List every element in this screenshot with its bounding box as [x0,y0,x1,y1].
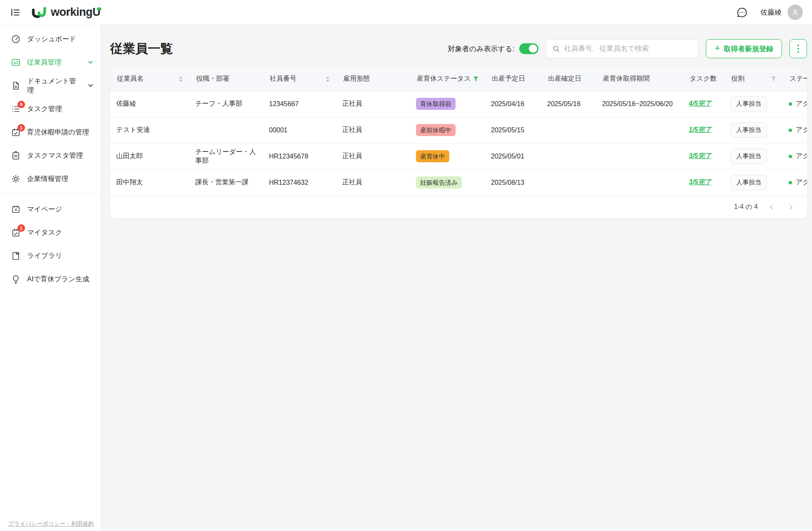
sidebar-item-employees[interactable]: A 従業員管理 [0,51,101,74]
table-header-row: 従業員名 役職・部署 社員番号 [110,67,807,91]
sidebar-item-leave-applications[interactable]: 1 育児休暇申請の管理 [0,121,101,144]
cell-employment-type: 正社員 [336,117,410,143]
employee-table-card: 従業員名 役職・部署 社員番号 [110,67,807,218]
show-targets-toggle[interactable] [519,43,538,54]
sort-icon[interactable] [326,76,330,82]
user-name: 佐藤綾 [760,7,782,17]
cell-role-dept: 課長・営業第一課 [189,169,263,196]
calendar-check-icon: 1 [11,228,21,238]
cell-employee-name: テスト安達 [110,117,189,143]
cell-leave-period: 2025/05/16~2025/06/20 [596,91,683,117]
chat-icon[interactable] [735,5,750,20]
table-row[interactable]: 佐藤綾 チーフ・人事部 12345667 正社員 育休取得前 2025/04/1… [110,91,807,117]
role-badge: 人事担当 [730,175,767,190]
app-logo[interactable]: workingU [30,5,100,20]
cell-employee-no: HR12374632 [263,169,336,196]
pagination: 1-4 の 4 [110,196,807,218]
sidebar-item-label: 従業員管理 [27,58,62,67]
sidebar-item-company-info[interactable]: 企業情報管理 [0,167,101,191]
sidebar-item-label: 育児休暇申請の管理 [27,128,89,137]
more-options-button[interactable] [790,39,807,58]
gauge-icon [11,34,21,44]
sidebar-item-task-master[interactable]: タスクマスタ管理 [0,144,101,167]
cell-due-date: 2025/05/01 [485,143,541,169]
sidebar-item-my-page[interactable]: A マイページ [0,198,101,221]
table-scroll-area: 従業員名 役職・部署 社員番号 [110,67,807,196]
employee-table: 従業員名 役職・部署 社員番号 [110,67,807,196]
sidebar-item-dashboard[interactable]: ダッシュボード [0,27,101,51]
col-header-employment-type: 雇用形態 [336,67,410,91]
col-header-status: ステータス [783,67,807,91]
task-progress-link[interactable]: 3/5完了 [689,179,711,186]
table-row[interactable]: 山田太郎 チームリーダー・人事部 HR12345678 正社員 産育休中 202… [110,143,807,169]
cell-birth-date [541,117,596,143]
pagination-range: 1-4 の 4 [734,203,758,211]
pagination-prev-icon[interactable] [766,202,777,213]
sidebar-item-label: ドキュメント管理 [27,77,82,95]
cell-leave-period [596,143,683,169]
chevron-down-icon [88,59,93,67]
svg-text:A: A [13,61,16,65]
sidebar-collapse-icon[interactable] [8,5,22,20]
show-targets-label: 対象者のみ表示する: [448,44,514,54]
col-header-role: 役割 [725,67,783,91]
book-icon [11,251,21,261]
cell-role-dept: チーフ・人事部 [189,91,263,117]
sidebar-item-my-tasks[interactable]: 1 マイタスク [0,221,101,244]
sidebar-item-ai-plan[interactable]: AIで育休プラン生成 [0,268,101,291]
app-root: workingU 佐藤綾 ダッシュボード [0,0,812,531]
document-icon [11,81,21,91]
table-row[interactable]: テスト安達 00001 正社員 産前休暇中 2025/05/15 1/5完了 人… [110,117,807,143]
task-progress-link[interactable]: 4/5完了 [689,100,711,107]
notification-badge: 1 [17,224,25,232]
sidebar: ダッシュボード A 従業員管理 ドキュメント管理 [0,25,101,531]
cell-birth-date [541,143,596,169]
col-header-task-count: タスク数 [683,67,725,91]
person-icon [791,8,800,17]
avatar[interactable] [787,5,803,20]
lightbulb-icon [11,274,21,284]
cell-employment-type: 正社員 [336,91,410,117]
sidebar-item-documents[interactable]: ドキュメント管理 [0,74,101,97]
status-label: アクティブ [796,178,807,187]
cell-employment-type: 正社員 [336,143,410,169]
leave-status-badge: 産育休中 [416,150,449,162]
page-title: 従業員一覧 [110,40,173,57]
privacy-terms-link[interactable]: プライバシーポリシー・利用規約 [8,520,94,528]
leave-status-badge: 育休取得前 [416,98,456,110]
task-progress-link[interactable]: 1/5完了 [689,126,711,133]
cell-employee-no: 00001 [263,117,336,143]
cell-role-dept: チームリーダー・人事部 [189,143,263,169]
role-badge: 人事担当 [730,122,767,138]
sidebar-item-label: 企業情報管理 [27,174,68,184]
pagination-next-icon[interactable] [785,202,796,213]
filter-icon-active[interactable] [473,76,478,82]
cell-employee-name: 田中翔太 [110,169,189,196]
sidebar-item-tasks[interactable]: 9 タスク管理 [0,97,101,121]
logo-text: workingU [51,6,100,19]
active-dot [789,181,792,184]
sort-icon[interactable] [179,76,183,82]
cell-due-date: 2025/08/13 [485,169,541,196]
sidebar-item-label: タスク管理 [27,104,62,114]
search-input[interactable] [564,45,692,53]
filter-icon[interactable] [771,76,776,82]
search-box [546,39,698,58]
toggle-knob [529,45,537,53]
title-row: 従業員一覧 対象者のみ表示する: + 取得者新規登録 [110,39,807,58]
cell-role-dept [189,117,263,143]
svg-text:A: A [15,208,17,212]
cell-birth-date [541,169,596,196]
search-icon [552,45,560,53]
task-progress-link[interactable]: 3/5完了 [689,152,711,159]
sidebar-item-library[interactable]: ライブラリ [0,244,101,268]
active-dot [789,102,792,106]
clipboard-icon [11,151,21,161]
col-header-employee-no: 社員番号 [263,67,336,91]
sidebar-item-label: マイタスク [27,228,62,237]
task-list-icon: 9 [11,104,21,114]
sidebar-divider [0,194,101,194]
table-row[interactable]: 田中翔太 課長・営業第一課 HR12374632 正社員 妊娠報告済み 2025… [110,169,807,196]
add-recipient-button[interactable]: + 取得者新規登録 [706,39,782,58]
id-card-icon: A [11,57,21,67]
